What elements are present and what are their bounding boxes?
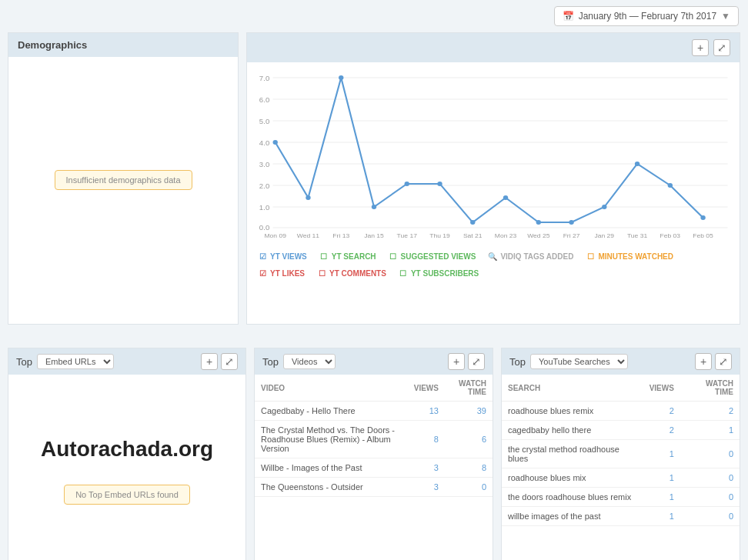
search-views: 2 xyxy=(643,402,680,421)
top-videos-panel: Top Videos + ⤢ VIDEO VIEWS WATCH TIME Ca… xyxy=(254,348,493,560)
svg-point-39 xyxy=(569,220,573,225)
top-videos-fullscreen-button[interactable]: ⤢ xyxy=(468,353,485,370)
search-watch-time: 0 xyxy=(680,488,740,507)
svg-point-41 xyxy=(635,162,639,166)
video-views: 3 xyxy=(408,478,445,497)
svg-point-30 xyxy=(273,140,278,145)
svg-text:Jan 29: Jan 29 xyxy=(594,232,614,239)
embed-urls-panel: Top Embed URLs + ⤢ Autorachada.org No To… xyxy=(8,348,246,560)
top-videos-header: Top Videos + ⤢ xyxy=(255,348,493,375)
col-search: SEARCH xyxy=(502,375,643,402)
svg-text:5.0: 5.0 xyxy=(259,118,269,125)
top-searches-fullscreen-button[interactable]: ⤢ xyxy=(715,353,732,370)
video-watch-time: 6 xyxy=(445,421,493,458)
search-watch-time: 0 xyxy=(680,507,740,526)
embed-urls-dropdown[interactable]: Embed URLs xyxy=(37,354,114,369)
table-row: Willbe - Images of the Past 3 8 xyxy=(255,458,493,478)
svg-point-34 xyxy=(405,182,409,186)
embed-url-content: Autorachada.org No Top Embed URLs found xyxy=(8,375,245,560)
insufficient-badge: Insufficient demographics data xyxy=(55,170,192,190)
svg-text:2.0: 2.0 xyxy=(259,182,269,190)
table-row: the crystal method roadhouse blues 1 0 xyxy=(502,440,740,468)
chart-panel: + ⤢ 7.0 6.0 5.0 4.0 3.0 2.0 1.0 0.0 xyxy=(246,32,740,325)
top-searches-title: Top xyxy=(509,356,526,368)
table-row: The Queenstons - Outsider 3 0 xyxy=(255,478,493,497)
video-title: Cagedbaby - Hello There xyxy=(255,402,408,421)
search-views: 1 xyxy=(643,468,680,488)
main-content: Demographics Insufficient demographics d… xyxy=(0,32,748,332)
svg-text:6.0: 6.0 xyxy=(259,96,269,104)
legend-suggested-views[interactable]: ☐ SUGGESTED VIEWS xyxy=(389,252,476,261)
col-views: VIEWS xyxy=(408,375,445,402)
table-row: The Crystal Method vs. The Doors - Roadh… xyxy=(255,421,493,458)
table-row: willbe images of the past 1 0 xyxy=(502,507,740,526)
top-videos-expand-button[interactable]: + xyxy=(448,353,465,370)
top-searches-dropdown[interactable]: YouTube Searches xyxy=(530,354,628,369)
chart-area: 7.0 6.0 5.0 4.0 3.0 2.0 1.0 0.0 Mon xyxy=(247,62,740,247)
svg-text:1.0: 1.0 xyxy=(259,204,269,212)
svg-point-42 xyxy=(668,183,673,188)
embed-urls-expand-button[interactable]: + xyxy=(201,353,218,370)
embed-urls-header: Top Embed URLs + ⤢ xyxy=(8,348,245,375)
search-watch-time: 1 xyxy=(680,421,740,440)
svg-text:Sat 21: Sat 21 xyxy=(463,232,483,239)
table-row: roadhouse blues remix 2 2 xyxy=(502,402,740,421)
table-row: the doors roadhouse blues remix 1 0 xyxy=(502,488,740,507)
svg-text:Feb 03: Feb 03 xyxy=(660,232,681,239)
search-watch-time: 0 xyxy=(680,468,740,488)
svg-text:4.0: 4.0 xyxy=(259,139,269,147)
video-title: The Queenstons - Outsider xyxy=(255,478,408,497)
search-views: 1 xyxy=(643,440,680,468)
video-watch-time: 0 xyxy=(445,478,493,497)
svg-point-43 xyxy=(700,215,705,220)
top-searches-expand-button[interactable]: + xyxy=(695,353,712,370)
svg-text:Thu 19: Thu 19 xyxy=(429,232,450,239)
col-video: VIDEO xyxy=(255,375,408,402)
svg-text:Wed 11: Wed 11 xyxy=(297,232,320,239)
video-title: The Crystal Method vs. The Doors - Roadh… xyxy=(255,421,408,458)
col-watch-time: WATCH TIME xyxy=(445,375,493,402)
svg-text:Mon 23: Mon 23 xyxy=(495,232,517,239)
video-views: 3 xyxy=(408,458,445,478)
top-videos-dropdown[interactable]: Videos xyxy=(283,354,336,369)
date-range-button[interactable]: 📅 January 9th — February 7th 2017 ▼ xyxy=(554,6,739,26)
table-row: roadhouse blues mix 1 0 xyxy=(502,468,740,488)
video-views: 13 xyxy=(408,402,445,421)
legend-yt-search[interactable]: ☐ YT SEARCH xyxy=(319,252,376,261)
legend-vidiq-tags[interactable]: 🔍 VIDIQ TAGS ADDED xyxy=(488,252,573,261)
video-views: 8 xyxy=(408,421,445,458)
svg-point-33 xyxy=(372,205,376,209)
demographics-body: Insufficient demographics data xyxy=(8,57,238,303)
svg-point-32 xyxy=(339,75,343,80)
legend-yt-subscribers[interactable]: ☐ YT SUBSCRIBERS xyxy=(399,268,479,278)
calendar-icon: 📅 xyxy=(563,11,574,22)
col-search-watch-time: WATCH TIME xyxy=(680,375,740,402)
chart-expand-button[interactable]: + xyxy=(692,39,709,56)
svg-text:Tue 31: Tue 31 xyxy=(627,232,648,239)
svg-text:Wed 25: Wed 25 xyxy=(527,232,550,239)
svg-text:Mon 09: Mon 09 xyxy=(264,232,286,239)
search-term: cagedbaby hello there xyxy=(502,421,643,440)
svg-point-36 xyxy=(470,220,475,225)
search-views: 1 xyxy=(643,488,680,507)
legend-yt-comments[interactable]: ☐ YT COMMENTS xyxy=(317,268,386,278)
embed-urls-icons: + ⤢ xyxy=(201,353,238,370)
embed-urls-fullscreen-button[interactable]: ⤢ xyxy=(221,353,238,370)
col-search-views: VIEWS xyxy=(643,375,680,402)
legend-yt-views[interactable]: ☑ YT VIEWS xyxy=(258,252,307,261)
search-term: roadhouse blues remix xyxy=(502,402,643,421)
legend-minutes-watched[interactable]: ☐ MINUTES WATCHED xyxy=(586,252,673,261)
svg-text:Fri 13: Fri 13 xyxy=(332,232,349,239)
demographics-title: Demographics xyxy=(18,39,87,51)
top-videos-table: VIDEO VIEWS WATCH TIME Cagedbaby - Hello… xyxy=(255,375,493,497)
chart-fullscreen-button[interactable]: ⤢ xyxy=(713,39,730,56)
embed-site-name: Autorachada.org xyxy=(41,437,213,462)
svg-text:0.0: 0.0 xyxy=(259,224,269,232)
video-watch-time: 39 xyxy=(445,402,493,421)
legend-yt-likes[interactable]: ☑ YT LIKES xyxy=(258,268,305,278)
table-row: cagedbaby hello there 2 1 xyxy=(502,421,740,440)
demographics-panel: Demographics Insufficient demographics d… xyxy=(8,32,239,325)
embed-urls-title: Top xyxy=(16,356,32,368)
svg-point-35 xyxy=(437,182,442,186)
search-views: 1 xyxy=(643,507,680,526)
